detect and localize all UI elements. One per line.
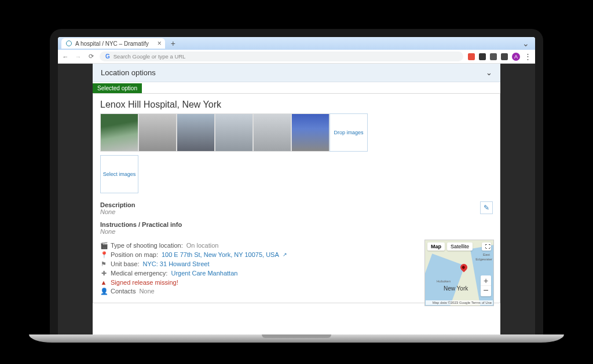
tab-title: A hospital / NYC – Dramatify (75, 41, 149, 47)
map-city-label: New York (444, 285, 468, 292)
thumbnail-image[interactable] (177, 113, 215, 152)
right-gutter (500, 64, 535, 336)
viewport: Location options ⌄ Selected option Lenox… (58, 64, 535, 336)
user-icon: 👤 (100, 288, 107, 295)
flag-icon: ⚑ (100, 260, 107, 268)
meta-type-label: Type of shooting location: (111, 242, 183, 249)
pencil-icon: ✎ (484, 204, 489, 212)
description-label: Description (100, 201, 493, 208)
reload-button[interactable]: ⟳ (87, 53, 95, 60)
map-type-satellite-button[interactable]: Satellite (447, 242, 473, 251)
google-icon: G (105, 53, 110, 60)
forward-button[interactable]: → (74, 53, 82, 60)
browser-toolbar: ← → ⟳ G Search Google or type a URL A ⋮ (58, 50, 535, 64)
map-attribution: Map data ©2023 Google Terms of Use (426, 300, 493, 305)
map-label-hoboken: Hoboken (437, 280, 451, 283)
thumbnail-image[interactable] (138, 113, 177, 152)
screen: A hospital / NYC – Dramatify × + ⌄ ← → ⟳… (58, 37, 535, 336)
map-type-map-button[interactable]: Map (427, 242, 445, 251)
map-label-edgewater: Edgewater (475, 258, 492, 261)
chevron-down-icon: ⌄ (486, 68, 492, 77)
left-gutter (58, 64, 93, 336)
browser-tab[interactable]: A hospital / NYC – Dramatify × (61, 38, 165, 49)
extension-icons: A ⋮ (468, 52, 532, 61)
meta-position-link[interactable]: 100 E 77th St, New York, NY 10075, USA (162, 251, 279, 258)
back-button[interactable]: ← (61, 53, 69, 60)
omnibox[interactable]: G Search Google or type a URL (100, 52, 463, 61)
meta-type-value: On location (186, 242, 219, 249)
instructions-label: Instructions / Practical info (100, 221, 493, 228)
meta-unitbase-label: Unit base: (111, 260, 140, 267)
meta-position-label: Position on map: (111, 251, 158, 258)
drop-images-box[interactable]: Drop images (330, 113, 368, 152)
location-options-bar[interactable]: Location options ⌄ (93, 64, 500, 82)
description-value: None (100, 208, 493, 215)
profile-avatar[interactable]: A (512, 53, 520, 61)
meta-medical-link[interactable]: Urgent Care Manhattan (171, 270, 237, 277)
new-tab-button[interactable]: + (169, 39, 178, 48)
zoom-out-button[interactable]: − (481, 286, 491, 296)
map-controls: Map Satellite ⛶ (427, 242, 491, 251)
instructions-value: None (100, 228, 493, 235)
map[interactable]: East Edgewater Hoboken Map Satellite ⛶ N… (424, 240, 494, 306)
laptop-notch (262, 334, 331, 338)
meta-contacts-label: Contacts (111, 288, 136, 295)
laptop-base (29, 334, 564, 343)
edit-button[interactable]: ✎ (480, 201, 493, 214)
favicon-icon (66, 41, 72, 46)
extension-puzzle-icon[interactable] (479, 53, 486, 60)
minimize-icon[interactable]: ⌄ (522, 39, 529, 48)
menu-icon[interactable]: ⋮ (524, 52, 532, 61)
zoom-in-button[interactable]: + (481, 275, 491, 286)
map-label-east: East (483, 253, 490, 256)
fullscreen-icon[interactable]: ⛶ (482, 242, 491, 251)
meta-warning-label: Signed release missing! (111, 279, 178, 286)
selected-option-badge: Selected option (93, 83, 142, 93)
medical-icon: ✚ (100, 270, 107, 277)
map-zoom-controls: + − (481, 275, 491, 296)
external-link-icon[interactable]: ↗ (283, 252, 287, 258)
extension-icon[interactable] (501, 53, 508, 60)
omnibox-placeholder: Search Google or type a URL (114, 53, 186, 60)
browser-titlebar: A hospital / NYC – Dramatify × + ⌄ (58, 37, 535, 50)
thumbnail-row: Drop images (100, 113, 493, 152)
location-options-label: Location options (101, 68, 156, 77)
thumbnail-image[interactable] (100, 113, 138, 152)
extension-icon[interactable] (490, 53, 497, 60)
select-images-box[interactable]: Select images (100, 155, 138, 193)
laptop-frame: A hospital / NYC – Dramatify × + ⌄ ← → ⟳… (50, 29, 543, 336)
meta-unitbase-link[interactable]: NYC: 31 Howard Street (143, 260, 210, 267)
warning-icon: ▲ (100, 279, 107, 286)
thumbnail-image[interactable] (291, 113, 330, 152)
thumbnail-image[interactable] (253, 113, 291, 152)
clapboard-icon: 🎬 (100, 242, 107, 249)
meta-medical-label: Medical emergency: (111, 270, 167, 277)
content: Location options ⌄ Selected option Lenox… (93, 64, 500, 336)
meta-contacts-value: None (139, 288, 154, 295)
extension-icon[interactable] (468, 53, 475, 60)
location-title: Lenox Hill Hospital, New York (100, 100, 493, 110)
thumbnail-image[interactable] (215, 113, 253, 152)
pin-icon: 📍 (100, 251, 107, 259)
location-card: Lenox Hill Hospital, New York Drop image… (93, 93, 500, 303)
meta-block: 🎬 Type of shooting location: On location… (100, 241, 493, 296)
close-icon[interactable]: × (158, 39, 162, 47)
